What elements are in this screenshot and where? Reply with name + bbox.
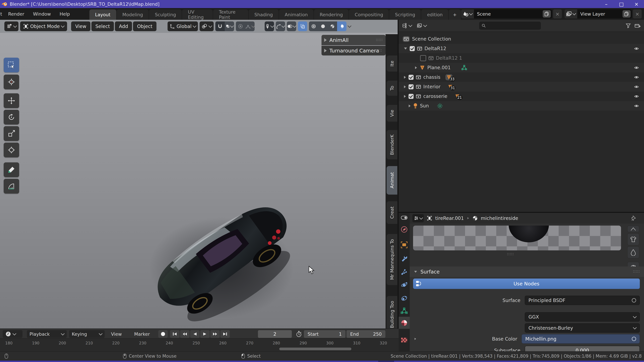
maximize-button[interactable]: □ — [614, 0, 629, 8]
tab-particles-icon[interactable] — [400, 268, 408, 276]
tool-cursor[interactable] — [4, 75, 19, 89]
tab-animation[interactable]: Animation — [279, 9, 314, 20]
viewport-menu-object[interactable]: Object — [133, 21, 156, 31]
timeline-marker-menu[interactable]: Marker — [134, 330, 150, 338]
preview-shape-liquid-button[interactable] — [627, 246, 639, 258]
add-workspace-button[interactable]: + — [449, 9, 461, 20]
jump-to-start-button[interactable] — [170, 330, 180, 338]
expand-icon[interactable] — [404, 76, 406, 79]
viewport-3d[interactable]: Object Mode View Select Add Object Globa… — [0, 20, 398, 329]
shading-rendered-button[interactable] — [337, 21, 346, 31]
sidebar-tab-tool[interactable]: To — [386, 81, 397, 96]
surface-shader-field[interactable]: Principled BSDF — [525, 296, 640, 305]
snap-settings-button[interactable] — [225, 21, 234, 31]
snap-toggle-button[interactable] — [215, 21, 225, 31]
tab-edition[interactable]: edition — [421, 9, 448, 20]
pin-icon[interactable] — [631, 215, 636, 221]
eye-icon[interactable] — [634, 104, 639, 108]
distribution-dropdown[interactable]: GGX — [525, 312, 640, 322]
properties-editor-type-button[interactable] — [412, 214, 424, 222]
viewport-menu-add[interactable]: Add — [115, 21, 132, 31]
filter-icon[interactable] — [626, 23, 631, 28]
outliner-row-deltar12-1[interactable]: DeltaR12 1 — [399, 53, 644, 63]
shading-dropdown-chevron[interactable] — [348, 24, 352, 28]
viewport-menu-select[interactable]: Select — [92, 21, 114, 31]
tab-scripting[interactable]: Scripting — [389, 9, 421, 20]
sidebar-tab-view[interactable]: Vie — [386, 105, 397, 122]
sidebar-tab-mr-mannequins[interactable]: Mr Mannequins To — [386, 234, 397, 285]
outliner-row-deltar12[interactable]: DeltaR12 — [399, 44, 644, 53]
sidebar-tab-item[interactable]: Ite — [386, 55, 397, 71]
record-button[interactable] — [158, 330, 168, 338]
use-nodes-button[interactable]: Use Nodes — [413, 279, 640, 289]
base-color-field[interactable]: Michellin.png — [522, 334, 640, 344]
outliner-row-chassis[interactable]: chassis 33 — [399, 72, 644, 82]
eye-icon[interactable] — [634, 75, 639, 79]
timeline-view-menu[interactable]: View — [111, 330, 122, 338]
outliner-editor-type-button[interactable] — [402, 23, 412, 28]
tab-rendering[interactable]: Rendering — [314, 9, 348, 20]
subsurface-slider[interactable]: 0.000 — [525, 346, 640, 351]
breadcrumb-material[interactable]: michelintireside — [481, 216, 518, 221]
tab-material-icon[interactable] — [400, 319, 408, 327]
panel-turnaround-camera[interactable]: Turnaround Camera ·········· — [322, 46, 386, 55]
proportional-falloff-button[interactable] — [245, 21, 254, 31]
shading-solid-button[interactable] — [318, 21, 328, 31]
outliner-search-input[interactable] — [479, 22, 541, 30]
tab-physics-icon[interactable] — [400, 281, 408, 289]
sidebar-tab-create[interactable]: Creat — [386, 201, 397, 224]
tab-shading[interactable]: Shading — [249, 9, 278, 20]
tab-output-icon[interactable] — [400, 241, 408, 249]
outliner-row-scene-collection[interactable]: Scene Collection — [399, 34, 644, 44]
tab-texture-paint[interactable]: Texture Paint — [213, 9, 248, 20]
drag-grip-icon[interactable]: ·········· — [376, 38, 383, 41]
car-model[interactable] — [124, 174, 319, 329]
timeline-scrollbar[interactable] — [279, 348, 351, 350]
subsurface-method-dropdown[interactable]: Christensen-Burley — [525, 323, 640, 333]
collection-checkbox[interactable] — [420, 55, 426, 61]
tab-compositing[interactable]: Compositing — [349, 9, 389, 20]
jump-to-end-button[interactable] — [220, 330, 230, 338]
collapse-icon[interactable] — [404, 48, 407, 50]
tab-object-data-icon[interactable] — [400, 307, 408, 315]
tool-scale[interactable] — [4, 126, 19, 141]
surface-panel-header[interactable]: Surface ·········· — [410, 267, 644, 277]
expand-icon[interactable] — [404, 85, 406, 88]
expand-icon[interactable] — [404, 95, 406, 98]
pivot-point-dropdown[interactable] — [200, 21, 214, 31]
next-keyframe-button[interactable] — [210, 330, 220, 338]
view-layer-name-field[interactable]: View Layer — [577, 9, 632, 18]
transform-orientation-dropdown[interactable]: Global — [168, 21, 198, 31]
playback-menu[interactable]: Playback — [27, 330, 67, 338]
mode-dropdown[interactable]: Object Mode — [20, 21, 67, 31]
keying-menu[interactable]: Keying — [69, 330, 105, 338]
shading-material-button[interactable] — [328, 21, 337, 31]
tab-layout[interactable]: Layout — [90, 9, 116, 20]
proportional-edit-toggle[interactable] — [236, 21, 245, 31]
tab-constraints-icon[interactable] — [400, 295, 408, 302]
tab-modeling[interactable]: Modeling — [117, 9, 149, 20]
tab-render-icon[interactable] — [400, 226, 408, 233]
panel-grip-icon[interactable]: ·········· — [633, 270, 640, 273]
tab-tool-icon[interactable] — [400, 214, 408, 222]
eye-icon[interactable] — [634, 66, 639, 70]
preview-shape-partial-button[interactable] — [627, 226, 639, 232]
tab-uv-editing[interactable]: UV Editing — [182, 9, 213, 20]
preview-resize-grip[interactable]: ·········· — [507, 253, 514, 256]
expand-icon[interactable] — [415, 66, 417, 69]
close-button[interactable]: × — [629, 0, 644, 8]
collection-checkbox[interactable] — [408, 75, 414, 80]
view-layer-copy-button[interactable] — [622, 10, 630, 17]
tool-move[interactable] — [4, 93, 19, 108]
menu-render[interactable]: Render — [4, 8, 29, 20]
object-visibility-button[interactable] — [265, 21, 274, 31]
tool-annotate[interactable] — [4, 162, 19, 177]
material-preview[interactable] — [413, 226, 621, 250]
expand-icon[interactable] — [414, 338, 416, 340]
scene-browse-button[interactable] — [461, 9, 474, 18]
tab-sculpting[interactable]: Sculpting — [149, 9, 182, 20]
tab-texture-icon[interactable] — [400, 336, 408, 344]
shading-wireframe-button[interactable] — [309, 21, 318, 31]
sidebar-tab-building-tools[interactable]: Building Too — [386, 296, 397, 329]
preview-shape-cloth-button[interactable] — [627, 233, 639, 245]
